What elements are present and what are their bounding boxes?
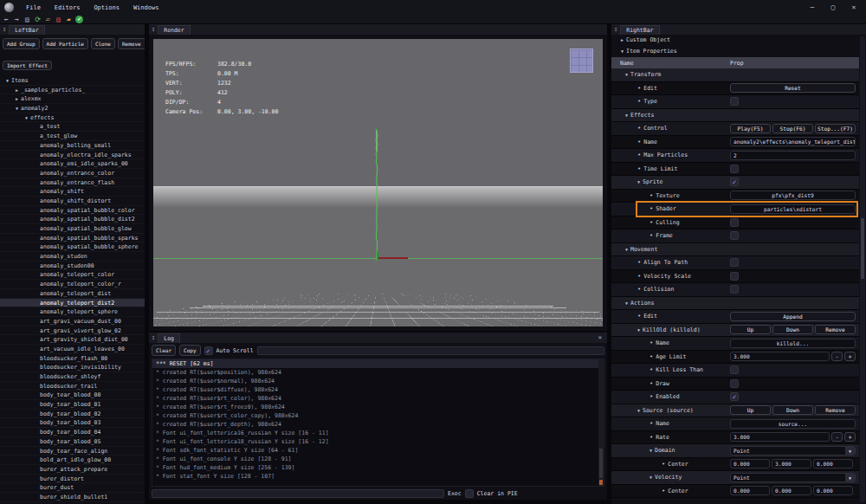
tree-item[interactable]: body_tear_blood_00 <box>0 391 145 400</box>
property-row[interactable]: •Max Particles2 <box>611 149 859 163</box>
log-line[interactable]: * created RT($user$position), 980x624 <box>152 368 604 377</box>
tree-item[interactable]: anomaly_studen <box>0 252 145 262</box>
checkbox[interactable] <box>730 285 739 294</box>
log-line[interactable]: * Font sdk_font_statistic Y size [64 - 6… <box>152 446 604 455</box>
tree-item[interactable]: bloodsucker_flash_00 <box>0 354 145 364</box>
property-row[interactable]: •Frame <box>611 229 859 243</box>
log-line[interactable]: * created RT($user$rt_color), 980x624 <box>152 394 604 403</box>
checkbox[interactable] <box>730 258 739 267</box>
pin-icon[interactable]: ↧ <box>152 25 155 34</box>
property-row[interactable]: •Type <box>611 95 859 109</box>
log-line[interactable]: * Font ui_font_letterica16_russian Y siz… <box>152 429 604 437</box>
log-line[interactable]: * Font ui_font_letterica18_russian Y siz… <box>152 437 604 446</box>
property-group-row[interactable]: ▼DomainPoint▼ <box>611 444 859 458</box>
pin-icon[interactable]: ↧ <box>3 25 6 34</box>
property-row[interactable]: •Namesource... <box>611 417 859 431</box>
log-line[interactable]: * Font hud_font_medium Y size [256 - 139… <box>152 463 604 472</box>
remove-button[interactable]: Remove <box>815 325 856 334</box>
back-icon[interactable]: ← <box>3 16 10 23</box>
log-scrollbar-thumb[interactable] <box>599 449 603 478</box>
property-row[interactable]: •Align To Path <box>611 256 859 270</box>
property-row[interactable]: •Rate3.000-+ <box>611 431 859 445</box>
exec-command-input[interactable] <box>152 489 444 498</box>
expanded-arrow-icon[interactable]: ▼ <box>13 104 21 113</box>
open-folder-icon[interactable]: ▱ <box>44 16 52 23</box>
tree-item[interactable]: body_tear_blood_03 <box>0 418 145 428</box>
expanded-arrow-icon[interactable]: ▼ <box>23 113 30 123</box>
clone-button[interactable]: Clone <box>91 38 115 49</box>
dropdown-select[interactable]: Point▼ <box>730 446 856 456</box>
tree-item[interactable]: anomaly_spatial_bubble_dist2 <box>0 215 145 224</box>
down-button[interactable]: Down <box>772 405 813 415</box>
tree-item[interactable]: burer_distort <box>0 475 145 484</box>
vector-component-input[interactable]: 0.000 <box>813 486 853 495</box>
folder-icon[interactable]: ▰ <box>65 16 73 23</box>
tree-item[interactable]: anomaly_spatial_bubble_glow <box>0 224 145 234</box>
property-row[interactable]: •Texturepfx\pfx_dist9 <box>611 190 859 204</box>
expanded-arrow-icon[interactable]: ▼ <box>637 408 640 413</box>
log-line[interactable]: * created RT($user$normal), 980x624 <box>152 377 604 385</box>
expanded-arrow-icon[interactable]: ▼ <box>625 247 628 252</box>
add-group-button[interactable]: Add Group <box>3 38 40 49</box>
value-input[interactable]: source... <box>730 419 856 429</box>
tree-item[interactable]: ▶_samples_particles_ <box>0 86 145 95</box>
rightbar-tab[interactable]: RightBar <box>620 25 659 35</box>
rightbar-scrollbar[interactable] <box>860 36 865 502</box>
property-row[interactable]: •EditAppend <box>611 310 859 324</box>
append-button[interactable]: Append <box>730 312 856 321</box>
vector-component-input[interactable]: 3.000 <box>772 459 811 468</box>
vector-component-input[interactable]: 0.000 <box>730 459 770 468</box>
tree-item[interactable]: ▶alexmx <box>0 94 145 104</box>
chevron-down-icon[interactable]: ▼ <box>845 474 855 481</box>
value-input[interactable]: 3.000 <box>730 352 830 361</box>
tree-item[interactable]: art_gravi_vivert_glow_02 <box>0 326 145 336</box>
property-row[interactable]: •Nameanomaly2\effects\anomaly_teleport_d… <box>611 136 859 150</box>
tree-item[interactable]: ▼anomaly2 <box>0 104 145 113</box>
log-line[interactable]: *** RESET [62 ms] <box>152 359 604 368</box>
tree-item[interactable]: bold_art_idle_glow_00 <box>0 456 145 465</box>
property-row[interactable]: •Collision <box>611 283 859 297</box>
tree-item[interactable]: ▼Items <box>0 76 145 86</box>
pin-icon[interactable]: ↧ <box>152 333 155 342</box>
checkbox[interactable] <box>730 231 739 240</box>
property-row[interactable]: •Age Limit3.000-+ <box>611 351 859 365</box>
vector-component-input[interactable]: 0.000 <box>730 486 770 495</box>
expanded-arrow-icon[interactable]: ▼ <box>625 300 628 306</box>
vector-component-input[interactable]: 0.000 <box>813 459 853 468</box>
tree-item[interactable]: bloodsucker_invisibility <box>0 363 145 372</box>
value-input[interactable]: pfx\pfx_dist9 <box>730 191 856 200</box>
tree-item[interactable]: anomaly_emi_idle_sparks_00 <box>0 159 145 169</box>
expanded-arrow-icon[interactable]: ▼ <box>637 327 640 333</box>
log-line[interactable]: * created RT($user$rt_freez0), 980x624 <box>152 403 604 411</box>
down-button[interactable]: Down <box>772 325 813 334</box>
add-particle-button[interactable]: Add Particle <box>42 38 88 49</box>
tree-item[interactable]: a_test <box>0 122 145 132</box>
remove-button[interactable]: Remove <box>815 405 856 415</box>
property-group-row[interactable]: ▼Effects <box>611 109 859 123</box>
property-row[interactable]: •Time Limit <box>611 163 859 177</box>
item-properties-node[interactable]: ▼Item Properties <box>611 46 866 57</box>
value-input[interactable]: 2 <box>730 151 856 160</box>
tree-item[interactable]: body_tear_blood_04 <box>0 428 145 437</box>
checkbox[interactable] <box>730 97 739 106</box>
property-row[interactable]: •EditReset <box>611 82 859 96</box>
property-row[interactable]: •Center0.0000.0000.000 <box>611 485 859 499</box>
tree-item[interactable]: body_tear_blood_01 <box>0 400 145 410</box>
property-group-row[interactable]: ▼KillOld (killold)UpDownRemove <box>611 324 859 338</box>
dropdown-select[interactable]: Point▼ <box>730 473 856 482</box>
tree-item[interactable]: anomaly_teleport_sphere <box>0 307 145 317</box>
menu-file[interactable]: File <box>19 3 48 13</box>
property-row[interactable]: •Kill Less Than <box>611 364 859 378</box>
tree-item[interactable]: anomaly_bolling_small <box>0 141 145 151</box>
reload-icon[interactable]: ⟳ <box>34 16 42 23</box>
render-viewport[interactable]: FPS/RFPS:382.8/30.0TPS:0.00 MVERT:1232PO… <box>153 39 603 326</box>
property-group-row[interactable]: ▼Source (source)UpDownRemove <box>611 404 859 418</box>
menu-editors[interactable]: Editors <box>48 3 87 13</box>
increment-button[interactable]: + <box>844 432 856 442</box>
property-row[interactable]: •Draw <box>611 378 859 391</box>
checkbox[interactable] <box>730 218 739 227</box>
collapsed-arrow-icon[interactable]: ▶ <box>13 86 21 95</box>
close-button[interactable]: ✕ <box>843 2 864 13</box>
tree-item[interactable]: anomaly_shift_distort <box>0 197 145 206</box>
tree-item[interactable]: body_tear_face_align <box>0 447 145 456</box>
